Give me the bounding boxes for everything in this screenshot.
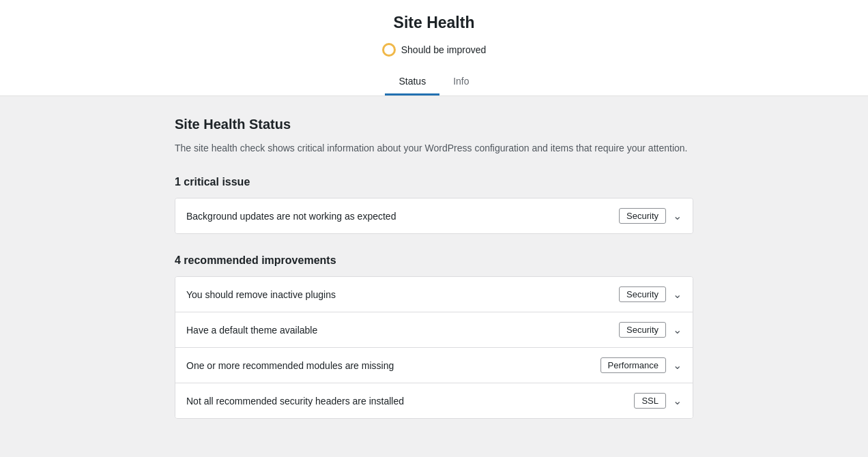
performance-badge: Performance: [601, 357, 666, 373]
recommended-heading: 4 recommended improvements: [175, 254, 693, 267]
page-title: Site Health: [0, 14, 868, 32]
security-badge: Security: [619, 208, 666, 224]
issue-label: Not all recommended security headers are…: [186, 396, 404, 407]
status-indicator: Should be improved: [382, 43, 487, 57]
chevron-down-icon[interactable]: ⌄: [673, 396, 682, 407]
table-row: Not all recommended security headers are…: [175, 383, 693, 418]
issue-label: Have a default theme available: [186, 325, 317, 336]
top-bar: Site Health Should be improved Status In…: [0, 0, 868, 96]
chevron-down-icon[interactable]: ⌄: [673, 289, 682, 300]
issue-label: One or more recommended modules are miss…: [186, 360, 394, 371]
status-label: Should be improved: [401, 44, 487, 55]
security-badge: Security: [619, 286, 666, 302]
section-title: Site Health Status: [175, 117, 693, 132]
tab-bar: Status Info: [0, 70, 868, 95]
main-content: Site Health Status The site health check…: [161, 96, 707, 457]
issue-label: Background updates are not working as ex…: [186, 211, 396, 222]
chevron-down-icon[interactable]: ⌄: [673, 325, 682, 336]
recommended-issues-list: You should remove inactive plugins Secur…: [175, 276, 693, 419]
issue-right: Security ⌄: [619, 286, 682, 302]
critical-issues-list: Background updates are not working as ex…: [175, 198, 693, 234]
table-row: Background updates are not working as ex…: [175, 198, 693, 233]
issue-label: You should remove inactive plugins: [186, 289, 336, 300]
section-desc: The site health check shows critical inf…: [175, 141, 693, 156]
tab-status[interactable]: Status: [385, 70, 439, 95]
table-row: One or more recommended modules are miss…: [175, 348, 693, 383]
ssl-badge: SSL: [634, 393, 666, 409]
tab-info[interactable]: Info: [439, 70, 482, 95]
status-circle-icon: [382, 43, 396, 57]
chevron-down-icon[interactable]: ⌄: [673, 360, 682, 371]
issue-right: Security ⌄: [619, 322, 682, 338]
table-row: You should remove inactive plugins Secur…: [175, 277, 693, 312]
table-row: Have a default theme available Security …: [175, 312, 693, 348]
issue-right: Performance ⌄: [601, 357, 682, 373]
critical-heading: 1 critical issue: [175, 176, 693, 188]
issue-right: SSL ⌄: [634, 393, 682, 409]
security-badge: Security: [619, 322, 666, 338]
chevron-down-icon[interactable]: ⌄: [673, 211, 682, 222]
issue-right: Security ⌄: [619, 208, 682, 224]
